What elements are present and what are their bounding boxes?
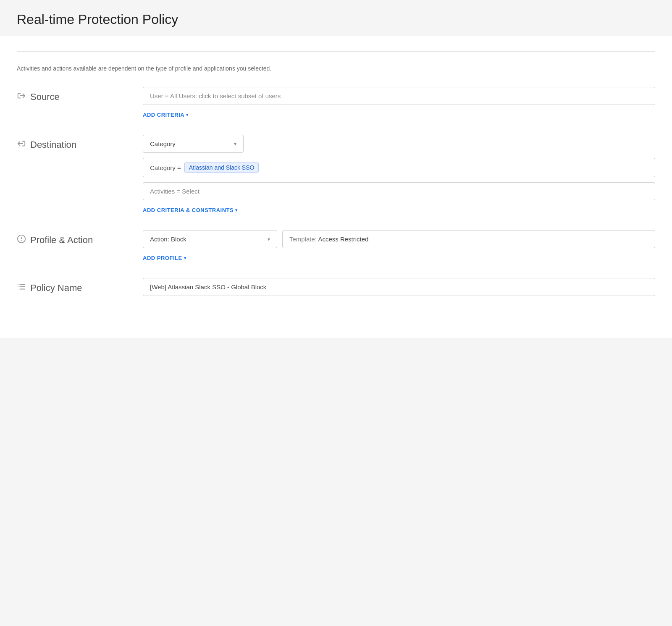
profile-action-section: Profile & Action Action: Block ▾ Templat… <box>17 230 655 261</box>
profile-action-icon <box>17 234 26 246</box>
page-header: Real-time Protection Policy <box>0 0 672 36</box>
destination-category-select-value: Category <box>150 140 176 147</box>
source-add-criteria-button[interactable]: ADD CRITERIA ▾ <box>143 112 655 118</box>
add-profile-arrow: ▾ <box>184 256 186 260</box>
destination-icon <box>17 139 26 150</box>
page-content: Activities and actions available are dep… <box>0 36 672 338</box>
destination-title: Destination <box>30 139 76 150</box>
destination-body: Category ▾ Category = Atlassian and Slac… <box>143 135 655 213</box>
destination-activities-placeholder: Activities = Select <box>150 188 200 195</box>
template-label: Template: <box>289 236 317 243</box>
add-profile-button[interactable]: ADD PROFILE ▾ <box>143 255 655 261</box>
policy-name-title: Policy Name <box>30 283 82 293</box>
action-select[interactable]: Action: Block ▾ <box>143 230 277 248</box>
destination-category-row-label: Category = <box>150 164 181 171</box>
destination-category-tag[interactable]: Atlassian and Slack SSO <box>184 162 259 173</box>
source-add-criteria-arrow: ▾ <box>186 113 189 117</box>
source-section: Source User = All Users: click to select… <box>17 87 655 118</box>
destination-add-criteria-button[interactable]: ADD CRITERIA & CONSTRAINTS ▾ <box>143 207 655 213</box>
source-add-criteria-label: ADD CRITERIA <box>143 112 184 118</box>
profile-action-title: Profile & Action <box>30 235 93 246</box>
policy-name-icon <box>17 282 26 293</box>
add-profile-label: ADD PROFILE <box>143 255 182 261</box>
action-label: Action: <box>150 236 169 243</box>
profile-action-row: Action: Block ▾ Template: Access Restric… <box>143 230 655 248</box>
destination-label: Destination <box>17 135 143 150</box>
destination-activities-row[interactable]: Activities = Select <box>143 182 655 200</box>
profile-action-label: Profile & Action <box>17 230 143 246</box>
source-icon <box>17 91 26 102</box>
description-text: Activities and actions available are dep… <box>17 65 655 72</box>
destination-add-criteria-arrow: ▾ <box>235 208 238 212</box>
profile-action-body: Action: Block ▾ Template: Access Restric… <box>143 230 655 261</box>
policy-name-label: Policy Name <box>17 278 143 293</box>
destination-add-criteria-label: ADD CRITERIA & CONSTRAINTS <box>143 207 234 213</box>
template-box[interactable]: Template: Access Restricted <box>282 230 655 248</box>
source-input[interactable]: User = All Users: click to select subset… <box>143 87 655 105</box>
action-select-text: Action: Block <box>150 236 186 243</box>
destination-section: Destination Category ▾ Category = Atlass… <box>17 135 655 213</box>
destination-category-row[interactable]: Category = Atlassian and Slack SSO <box>143 158 655 177</box>
destination-category-select[interactable]: Category ▾ <box>143 135 244 153</box>
source-title: Source <box>30 92 60 102</box>
destination-category-chevron-icon: ▾ <box>234 141 236 147</box>
policy-name-input[interactable]: [Web] Atlassian Slack SSO - Global Block <box>143 278 655 296</box>
separator <box>17 51 655 52</box>
source-label: Source <box>17 87 143 102</box>
template-value: Access Restricted <box>318 236 368 243</box>
source-body: User = All Users: click to select subset… <box>143 87 655 118</box>
policy-name-section: Policy Name [Web] Atlassian Slack SSO - … <box>17 278 655 296</box>
page-title: Real-time Protection Policy <box>17 12 655 27</box>
action-select-chevron-icon: ▾ <box>268 236 270 242</box>
policy-name-body: [Web] Atlassian Slack SSO - Global Block <box>143 278 655 296</box>
action-value: Block <box>171 236 186 243</box>
